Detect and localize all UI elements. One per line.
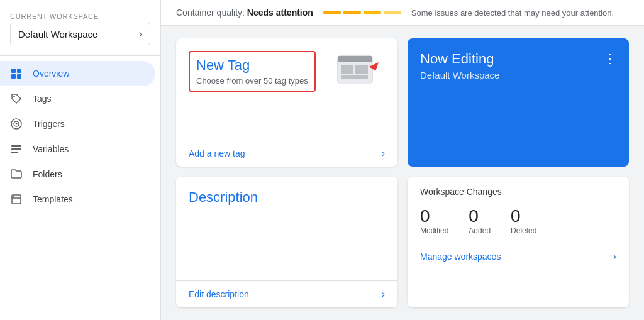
description-action[interactable]: Edit description › bbox=[176, 280, 397, 307]
svg-rect-8 bbox=[11, 145, 21, 147]
sidebar-item-overview[interactable]: Overview bbox=[0, 61, 155, 86]
workspace-selector[interactable]: Default Workspace › bbox=[10, 23, 150, 45]
now-editing-workspace: Default Workspace bbox=[420, 70, 499, 80]
new-tag-highlight: New Tag Choose from over 50 tag types bbox=[189, 51, 316, 92]
new-tag-illustration bbox=[335, 51, 385, 89]
new-tag-action-label: Add a new tag bbox=[189, 148, 245, 158]
stat-modified-number: 0 bbox=[420, 207, 430, 226]
folders-icon bbox=[10, 168, 23, 180]
manage-workspaces-label: Manage workspaces bbox=[420, 251, 501, 262]
quality-dot-1 bbox=[323, 11, 341, 14]
svg-point-4 bbox=[13, 96, 14, 97]
app-container: CURRENT WORKSPACE Default Workspace › Ov… bbox=[0, 0, 644, 320]
workspace-changes-stats: 0 Modified 0 Added 0 Deleted bbox=[408, 202, 629, 243]
new-tag-card: New Tag Choose from over 50 tag types bbox=[176, 38, 397, 167]
description-title: Description bbox=[189, 189, 385, 206]
templates-icon bbox=[10, 193, 23, 206]
sidebar-item-triggers[interactable]: Triggers bbox=[0, 111, 155, 136]
description-action-label: Edit description bbox=[189, 289, 249, 299]
sidebar: CURRENT WORKSPACE Default Workspace › Ov… bbox=[0, 0, 161, 320]
svg-rect-16 bbox=[341, 65, 353, 74]
description-card: Description Edit description › bbox=[176, 177, 397, 307]
workspace-name: Default Workspace bbox=[18, 29, 97, 40]
new-tag-title: New Tag bbox=[196, 57, 308, 74]
workspace-arrow-icon: › bbox=[139, 28, 142, 40]
sidebar-item-variables-label: Variables bbox=[33, 144, 69, 154]
manage-workspaces-action[interactable]: Manage workspaces › bbox=[408, 243, 629, 270]
svg-rect-0 bbox=[11, 69, 16, 73]
stat-added-number: 0 bbox=[469, 207, 479, 226]
new-tag-action-arrow: › bbox=[382, 148, 385, 159]
svg-rect-9 bbox=[11, 148, 21, 150]
workspace-changes-card: Workspace Changes 0 Modified 0 Added 0 D… bbox=[408, 177, 629, 307]
sidebar-item-folders[interactable]: Folders bbox=[0, 162, 155, 187]
svg-point-7 bbox=[16, 123, 18, 125]
quality-label: Container quality: Needs attention bbox=[176, 8, 313, 18]
manage-workspaces-arrow: › bbox=[613, 251, 616, 262]
quality-status: Needs attention bbox=[247, 8, 313, 18]
now-editing-header: Now Editing Default Workspace ⋮ bbox=[420, 51, 616, 80]
svg-rect-1 bbox=[17, 69, 21, 73]
sidebar-item-variables[interactable]: Variables bbox=[0, 136, 155, 162]
sidebar-item-tags-label: Tags bbox=[33, 94, 52, 104]
workspace-section-label: CURRENT WORKSPACE bbox=[10, 13, 150, 20]
stat-deleted-number: 0 bbox=[511, 207, 521, 226]
sidebar-item-triggers-label: Triggers bbox=[33, 119, 65, 129]
more-options-icon[interactable]: ⋮ bbox=[604, 51, 616, 66]
workspace-changes-header: Workspace Changes bbox=[408, 177, 629, 202]
svg-point-12 bbox=[13, 196, 14, 197]
quality-dot-3 bbox=[364, 11, 381, 14]
svg-rect-14 bbox=[338, 56, 372, 62]
quality-dot-4 bbox=[384, 11, 401, 14]
svg-rect-2 bbox=[11, 74, 16, 79]
quality-dot-2 bbox=[343, 11, 361, 14]
variables-icon bbox=[10, 143, 23, 155]
new-tag-content: New Tag Choose from over 50 tag types bbox=[189, 51, 325, 92]
sidebar-item-templates-label: Templates bbox=[33, 194, 73, 204]
main-content: Container quality: Needs attention Some … bbox=[161, 0, 644, 320]
svg-rect-10 bbox=[11, 152, 18, 153]
new-tag-action[interactable]: Add a new tag › bbox=[176, 140, 397, 167]
triggers-icon bbox=[10, 118, 23, 130]
stat-added: 0 Added bbox=[469, 207, 491, 235]
description-action-arrow: › bbox=[382, 289, 385, 300]
tags-icon bbox=[10, 92, 23, 105]
quality-bar: Container quality: Needs attention Some … bbox=[161, 0, 644, 26]
new-tag-card-top: New Tag Choose from over 50 tag types bbox=[176, 38, 397, 140]
stat-deleted-label: Deleted bbox=[511, 226, 536, 235]
stat-modified-label: Modified bbox=[420, 226, 448, 235]
overview-icon bbox=[10, 67, 23, 80]
sidebar-item-templates[interactable]: Templates bbox=[0, 187, 155, 212]
svg-rect-18 bbox=[341, 75, 368, 79]
quality-dots bbox=[323, 11, 401, 14]
workspace-section: CURRENT WORKSPACE Default Workspace › bbox=[0, 5, 160, 50]
stat-deleted: 0 Deleted bbox=[511, 207, 536, 235]
sidebar-item-tags[interactable]: Tags bbox=[0, 86, 155, 111]
sidebar-item-overview-label: Overview bbox=[33, 69, 69, 79]
svg-rect-17 bbox=[355, 65, 368, 74]
sidebar-divider bbox=[0, 55, 160, 56]
now-editing-card: Now Editing Default Workspace ⋮ bbox=[408, 38, 629, 167]
stat-modified: 0 Modified bbox=[420, 207, 448, 235]
quality-message: Some issues are detected that may need y… bbox=[411, 8, 614, 18]
now-editing-title: Now Editing bbox=[420, 51, 499, 67]
new-tag-subtitle: Choose from over 50 tag types bbox=[196, 76, 308, 86]
sidebar-item-folders-label: Folders bbox=[33, 169, 62, 179]
stat-added-label: Added bbox=[469, 226, 491, 235]
cards-area: New Tag Choose from over 50 tag types bbox=[161, 26, 644, 320]
now-editing-text-group: Now Editing Default Workspace bbox=[420, 51, 499, 80]
description-card-top: Description bbox=[176, 177, 397, 280]
svg-rect-3 bbox=[17, 74, 21, 79]
